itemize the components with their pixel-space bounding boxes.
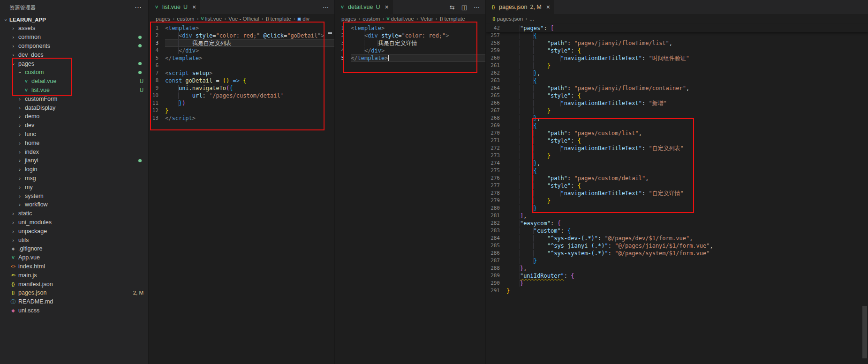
- code-line-271[interactable]: 271 "style": {: [486, 137, 868, 144]
- breadcrumb-item-custom[interactable]: custom: [177, 16, 194, 22]
- code-line-13[interactable]: 13</script>: [149, 114, 334, 122]
- tree-item-dataDisplay[interactable]: ›dataDisplay: [0, 103, 148, 112]
- code-line-276[interactable]: 276 "path": "pages/custom/detail",: [486, 174, 868, 182]
- tree-item-customForm[interactable]: ›customForm: [0, 94, 148, 103]
- tree-item-App.vue[interactable]: VApp.vue: [0, 253, 148, 262]
- code-line-291[interactable]: 291}: [486, 287, 868, 295]
- code-line-270[interactable]: 270 "path": "pages/custom/list",: [486, 129, 868, 137]
- tree-item-manifest.json[interactable]: {}manifest.json: [0, 280, 148, 288]
- code-line-290[interactable]: 290 }: [486, 280, 868, 287]
- tree-item-common[interactable]: ›common: [0, 33, 148, 42]
- scrollbar-thumb[interactable]: [862, 306, 867, 358]
- code-line-274[interactable]: 274 },: [486, 159, 868, 167]
- code-line-263[interactable]: 263 {: [486, 77, 868, 84]
- code-line-267[interactable]: 267 }: [486, 107, 868, 114]
- code-line-288[interactable]: 288 },: [486, 265, 868, 272]
- code-line-260[interactable]: 260 "navigationBarTitleText": "时间组件验证": [486, 54, 868, 62]
- tree-item-README.md[interactable]: ⓘREADME.md: [0, 297, 148, 306]
- code-line-11[interactable]: 11 }): [149, 99, 334, 107]
- code-line-282[interactable]: 282 "easycom": {: [486, 220, 868, 227]
- tree-root-learun-app[interactable]: › LEARUN_APP: [0, 15, 148, 24]
- code-line-285[interactable]: 285 "^sys-jianyi-(.*)": "@/pages/jianyi/…: [486, 242, 868, 250]
- more-actions-icon[interactable]: ⋯: [474, 4, 480, 11]
- tree-item-my[interactable]: ›my: [0, 182, 148, 191]
- tree-item-assets[interactable]: ›assets: [0, 24, 148, 33]
- tree-item-pages[interactable]: ›pages: [0, 59, 148, 68]
- code-line-269[interactable]: 269 {: [486, 122, 868, 129]
- code-line-273[interactable]: 273 }: [486, 152, 868, 159]
- more-actions-icon[interactable]: ⋯: [323, 4, 329, 11]
- breadcrumb-item-custom[interactable]: custom: [362, 16, 380, 22]
- code-line-287[interactable]: 287 }: [486, 257, 868, 265]
- code-line-7[interactable]: 7<script setup>: [149, 69, 334, 77]
- code-line-280[interactable]: 280 }: [486, 205, 868, 212]
- code-line-266[interactable]: 266 "navigationBarTitleText": "新增": [486, 99, 868, 107]
- tree-item-msg[interactable]: ›msg: [0, 174, 148, 183]
- tree-item-uni.scss[interactable]: ◈uni.scss: [0, 306, 148, 315]
- open-changes-icon[interactable]: ⇆: [450, 4, 455, 11]
- code-line-6[interactable]: 6: [149, 62, 334, 69]
- tree-item-pages.json[interactable]: {}pages.json2, M: [0, 288, 148, 297]
- code-line-259[interactable]: 259 "style": {: [486, 47, 868, 54]
- breadcrumb-item-pages[interactable]: pages: [341, 16, 356, 22]
- tree-item-detail.vue[interactable]: Vdetail.vueU: [0, 77, 148, 86]
- tree-item-workflow[interactable]: ›workflow: [0, 200, 148, 209]
- tree-item-unpackage[interactable]: ›unpackage: [0, 227, 148, 235]
- tree-item-.gitignore[interactable]: ◆.gitignore: [0, 244, 148, 253]
- code-line-5[interactable]: 5</template>: [149, 54, 334, 62]
- code-line-262[interactable]: 262 },: [486, 69, 868, 77]
- code-editor-detail-vue[interactable]: 1<template>2 <div style="color: red;">3 …: [335, 23, 485, 364]
- tree-item-custom[interactable]: ›custom: [0, 68, 148, 77]
- code-line-3[interactable]: 3 我是自定义详情: [335, 39, 485, 47]
- tree-item-home[interactable]: ›home: [0, 138, 148, 147]
- breadcrumb-item-pages[interactable]: pages: [156, 16, 170, 22]
- code-line-286[interactable]: 286 "^sys-system-(.*)": "@/pages/system/…: [486, 250, 868, 257]
- code-line-42[interactable]: 42 "pages": [: [486, 24, 868, 32]
- code-line-284[interactable]: 284 "^sys-dev-(.*)": "@/pages/dev/$1/for…: [486, 235, 868, 242]
- code-line-264[interactable]: 264 "path": "pages/jianyi/flowTime/conta…: [486, 84, 868, 92]
- tree-item-demo[interactable]: ›demo: [0, 112, 148, 121]
- close-icon[interactable]: ×: [385, 3, 389, 11]
- breadcrumb-item-div[interactable]: ▣div: [298, 16, 309, 22]
- tree-item-components[interactable]: ›components: [0, 42, 148, 51]
- close-icon[interactable]: ×: [546, 3, 550, 11]
- breadcrumb-item-vue-official[interactable]: Vue - Official: [228, 16, 259, 22]
- code-line-8[interactable]: 8const goDetail = () => {: [149, 77, 334, 84]
- tree-item-uni_modules[interactable]: ›uni_modules: [0, 218, 148, 227]
- tree-item-dev_docs[interactable]: ›dev_docs: [0, 50, 148, 59]
- tree-item-dev[interactable]: ›dev: [0, 121, 148, 130]
- code-editor-pages-json[interactable]: 42 "pages": [257 {258 "path": "pages/jia…: [486, 23, 868, 364]
- code-line-1[interactable]: 1<template>: [335, 24, 485, 32]
- tree-item-list.vue[interactable]: Vlist.vueU: [0, 86, 148, 95]
- code-line-5[interactable]: 5</template>: [335, 54, 485, 62]
- breadcrumb-item-template[interactable]: {}template: [440, 16, 465, 22]
- tree-item-main.js[interactable]: JSmain.js: [0, 271, 148, 280]
- breadcrumb-item--[interactable]: ...: [529, 16, 534, 22]
- code-line-257[interactable]: 257 {: [486, 32, 868, 39]
- code-editor-list-vue[interactable]: 1<template>2 <div style="color: red;" @c…: [149, 23, 334, 364]
- tree-item-static[interactable]: ›static: [0, 209, 148, 218]
- split-editor-icon[interactable]: ◫: [461, 4, 467, 11]
- breadcrumb-item-template[interactable]: {}template: [265, 16, 291, 22]
- tab-detail-vue[interactable]: V detail.vue U ×: [335, 0, 393, 14]
- code-line-258[interactable]: 258 "path": "pages/jianyi/flowTime/list"…: [486, 39, 868, 47]
- code-line-272[interactable]: 272 "navigationBarTitleText": "自定义列表": [486, 144, 868, 152]
- code-line-281[interactable]: 281 ],: [486, 212, 868, 220]
- code-line-1[interactable]: 1<template>: [149, 24, 334, 32]
- code-line-268[interactable]: 268 },: [486, 114, 868, 122]
- code-line-275[interactable]: 275 {: [486, 167, 868, 174]
- code-line-9[interactable]: 9 uni.navigateTo({: [149, 84, 334, 92]
- tab-pages-json[interactable]: {} pages.json 2, M ×: [486, 0, 555, 14]
- code-line-10[interactable]: 10 url: '/pages/custom/detail': [149, 92, 334, 99]
- breadcrumb-item-list-vue[interactable]: Vlist.vue: [201, 16, 222, 22]
- code-line-4[interactable]: 4 </div>: [149, 47, 334, 54]
- code-line-3[interactable]: 3 我是自定义列表: [149, 39, 334, 47]
- code-line-4[interactable]: 4 </div>: [335, 47, 485, 54]
- code-line-283[interactable]: 283 "custom": {: [486, 227, 868, 235]
- tree-item-login[interactable]: ›login: [0, 165, 148, 174]
- breadcrumb-item-vetur[interactable]: Vetur: [421, 16, 433, 22]
- code-line-289[interactable]: 289 "uniIdRouter": {: [486, 272, 868, 280]
- tree-item-index[interactable]: ›index: [0, 147, 148, 156]
- code-line-261[interactable]: 261 }: [486, 62, 868, 69]
- tree-item-index.html[interactable]: <>index.html: [0, 262, 148, 271]
